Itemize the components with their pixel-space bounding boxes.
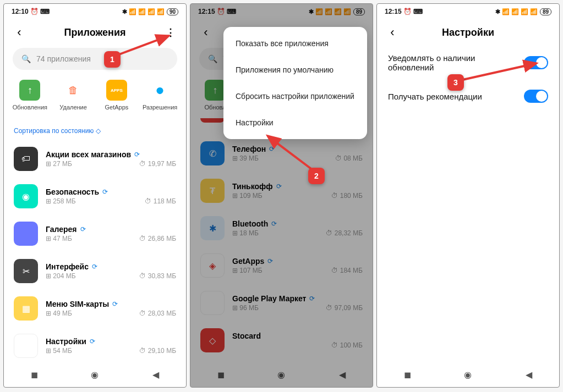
app-item[interactable]: Галерея⟳⊞ 47 МБ⏱ 26,86 МБ: [4, 215, 186, 252]
loading-icon: ⟳: [309, 295, 315, 302]
quick-delete[interactable]: 🗑Удаление: [53, 80, 94, 111]
app-item[interactable]: ✂Интерфейс⟳⊞ 204 МБ⏱ 30,83 МБ: [4, 252, 186, 290]
status-time: 12:10: [12, 8, 29, 15]
app-icon: ◈: [200, 253, 225, 278]
navigation-bar: ◼ ◉ ◀: [4, 362, 186, 387]
quick-actions: ↑Обновления 🗑Удаление APPSGetApps ●Разре…: [4, 80, 186, 118]
nav-back-button[interactable]: ◀: [331, 363, 353, 385]
sort-dropdown[interactable]: Сортировка по состоянию ◇: [4, 118, 186, 140]
app-item[interactable]: ▶Google Play Маркет⟳⊞ 96 МБ⏱ 97,09 МБ: [190, 284, 373, 322]
back-button[interactable]: ‹: [386, 26, 399, 39]
battery-indicator: 89: [353, 8, 365, 15]
app-item[interactable]: ▦Меню SIM-карты⟳⊞ 49 МБ⏱ 28,03 МБ: [4, 290, 186, 327]
nav-home-button[interactable]: ◉: [84, 363, 106, 385]
annotation-arrow-3: [460, 59, 542, 83]
screen-apps: 12:10 ⏰ ⌨ ✱ 📶 📶 📶 📶 90 ‹ Приложения ⋮ 🔍 …: [3, 3, 187, 388]
app-icon: ◉: [14, 184, 38, 208]
app-item[interactable]: ⚙Настройки⟳⊞ 54 МБ⏱ 29,10 МБ: [4, 327, 186, 362]
toggle-switch[interactable]: [524, 90, 548, 103]
annotation-arrow-2: [262, 130, 317, 174]
menu-show-all-apps[interactable]: Показать все приложения: [223, 30, 367, 57]
app-item[interactable]: ◈GetApps⟳⊞ 107 МБ⏱ 184 МБ: [190, 247, 373, 284]
app-icon: ▶: [200, 291, 225, 315]
app-icon: [14, 222, 38, 246]
page-title: Настройки: [399, 27, 537, 38]
arrow-up-icon: ↑: [205, 80, 226, 101]
annotation-arrow-1: [114, 31, 174, 59]
app-list: 🏷Акции всех магазинов⟳⊞ 27 МБ⏱ 19,97 МБ …: [4, 140, 186, 362]
loading-icon: ⟳: [102, 188, 108, 196]
trash-icon: 🗑: [63, 80, 84, 101]
menu-reset-app-settings[interactable]: Сбросить настройки приложений: [223, 83, 367, 109]
battery-indicator: 89: [540, 8, 551, 15]
setting-recommendations[interactable]: Получать рекомендации: [377, 81, 559, 112]
svg-line-1: [267, 136, 313, 170]
status-time: 12:15: [198, 8, 215, 15]
loading-icon: ⟳: [134, 151, 140, 158]
app-icon: ✂: [14, 259, 38, 283]
overflow-menu-popup: Показать все приложения Приложения по ум…: [223, 27, 367, 139]
loading-icon: ⟳: [90, 338, 95, 345]
status-signal: ✱ 📶 📶 📶 📶: [309, 8, 351, 15]
status-icons: ⏰ ⌨: [403, 8, 423, 15]
navigation-bar: ◼ ◉ ◀: [377, 362, 559, 387]
search-placeholder: 74 приложения: [36, 54, 91, 63]
app-icon: 🏷: [14, 147, 38, 171]
search-icon: 🔍: [21, 54, 31, 63]
app-icon: ₮: [200, 179, 225, 203]
status-signal: ✱ 📶 📶 📶 📶: [495, 8, 538, 15]
status-signal: ✱ 📶 📶 📶 📶: [122, 8, 165, 15]
nav-back-button[interactable]: ◀: [145, 363, 167, 385]
app-icon: ▦: [14, 296, 38, 321]
app-icon: ✱: [200, 216, 225, 240]
navigation-bar: ◼ ◉ ◀: [190, 362, 373, 387]
screen-settings: 12:15 ⏰ ⌨ ✱ 📶 📶 📶 📶 89 ‹ Настройки Уведо…: [376, 3, 560, 388]
app-item[interactable]: ◉Безопасность⟳⊞ 258 МБ⏱ 118 МБ: [4, 178, 186, 215]
loading-icon: ⟳: [271, 220, 277, 228]
app-icon: ⚙: [14, 334, 38, 358]
app-item[interactable]: ◇Stocard⏱ 100 МБ: [190, 322, 373, 359]
status-icons: ⏰ ⌨: [217, 8, 236, 15]
setting-label: Получать рекомендации: [388, 92, 482, 101]
svg-line-2: [463, 63, 537, 80]
back-button[interactable]: ‹: [199, 26, 212, 39]
status-bar: 12:15 ⏰ ⌨ ✱ 📶 📶 📶 📶 89: [190, 4, 373, 19]
loading-icon: ⟳: [276, 183, 282, 190]
quick-getapps[interactable]: APPSGetApps: [96, 80, 137, 111]
status-icons: ⏰ ⌨: [30, 8, 50, 15]
screen-apps-menu: 12:15 ⏰ ⌨ ✱ 📶 📶 📶 📶 89 ‹ 🔍 74 пр ↑Обновл…: [190, 3, 373, 388]
app-icon: ◇: [200, 328, 225, 352]
annotation-callout-3: 3: [447, 74, 464, 91]
nav-recent-button[interactable]: ◼: [210, 363, 232, 385]
nav-home-button[interactable]: ◉: [457, 363, 479, 385]
quick-permissions[interactable]: ●Разрешения: [140, 80, 181, 111]
header: ‹ Настройки: [377, 19, 559, 45]
app-item[interactable]: 🏷Акции всех магазинов⟳⊞ 27 МБ⏱ 19,97 МБ: [4, 140, 186, 178]
loading-icon: ⟳: [112, 300, 118, 308]
annotation-callout-2: 2: [308, 168, 325, 184]
menu-default-apps[interactable]: Приложения по умолчанию: [223, 57, 367, 83]
app-icon: ✆: [200, 141, 225, 165]
app-item[interactable]: ₮Тинькофф⟳⊞ 109 МБ⏱ 180 МБ: [190, 172, 373, 209]
svg-line-0: [116, 36, 169, 56]
status-bar: 12:15 ⏰ ⌨ ✱ 📶 📶 📶 📶 89: [377, 4, 559, 19]
shield-icon: ●: [150, 80, 171, 101]
nav-recent-button[interactable]: ◼: [23, 363, 45, 385]
loading-icon: ⟳: [267, 257, 273, 265]
back-button[interactable]: ‹: [13, 26, 26, 39]
annotation-callout-1: 1: [104, 51, 121, 68]
status-time: 12:15: [385, 8, 402, 15]
getapps-icon: APPS: [106, 80, 127, 101]
nav-home-button[interactable]: ◉: [270, 363, 292, 385]
app-item[interactable]: ✱Bluetooth⟳⊞ 18 МБ⏱ 28,32 МБ: [190, 209, 373, 247]
loading-icon: ⟳: [92, 263, 97, 270]
nav-recent-button[interactable]: ◼: [396, 363, 418, 385]
nav-back-button[interactable]: ◀: [518, 363, 540, 385]
loading-icon: ⟳: [80, 225, 86, 233]
search-icon: 🔍: [208, 54, 217, 63]
arrow-up-icon: ↑: [19, 80, 40, 101]
battery-indicator: 90: [167, 8, 178, 15]
quick-updates[interactable]: ↑Обновления: [9, 80, 50, 111]
status-bar: 12:10 ⏰ ⌨ ✱ 📶 📶 📶 📶 90: [4, 4, 186, 19]
